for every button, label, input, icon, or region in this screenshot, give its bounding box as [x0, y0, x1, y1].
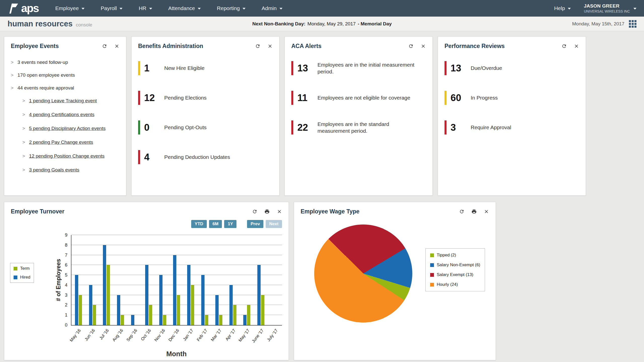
status-color-bar [445, 120, 447, 134]
x-tick-label: Jul '16 [99, 328, 110, 341]
user-menu[interactable]: JASON GREER UNIVERSAL WIRELESS INC [584, 3, 636, 13]
1y-button[interactable]: 1Y [224, 220, 236, 228]
non-banking-date: Monday, May 29, 2017 [307, 21, 356, 27]
close-icon[interactable] [277, 209, 282, 214]
legend-swatch [430, 263, 434, 267]
print-icon[interactable] [264, 209, 270, 214]
stat-count: 0 [144, 122, 160, 133]
refresh-icon[interactable] [102, 43, 107, 49]
panel-employee-turnover: Employee Turnover YTD6M1YPrevNext # of E… [4, 202, 289, 360]
stat-count: 12 [144, 93, 160, 103]
panel-employee-wage-type: Employee Wage Type Tipped (2)Salary Non-… [294, 202, 496, 360]
stat-count: 11 [297, 93, 313, 103]
bar-group-july-17 [268, 235, 282, 325]
refresh-icon[interactable] [459, 209, 464, 214]
stat-item-employees-are-in-the-standard-measuremen[interactable]: 22Employees are in the standard measurem… [291, 120, 426, 134]
refresh-icon[interactable] [408, 43, 414, 49]
turnover-bar-chart: # of Employees 0123456789 [71, 235, 282, 326]
close-icon[interactable] [267, 43, 273, 49]
event-link[interactable]: >3 pending Goals events [22, 167, 119, 173]
event-link[interactable]: >1 pending Leave Tracking event [22, 98, 119, 104]
bar-hired [243, 315, 247, 325]
wage-type-legend: Tipped (2)Salary Non-Exempt (6)Salary Ex… [425, 248, 485, 291]
refresh-icon[interactable] [255, 43, 260, 49]
stat-label: Employees are in the standard measuremen… [317, 121, 417, 134]
refresh-icon[interactable] [252, 209, 257, 214]
nav-item-hr[interactable]: HR [139, 5, 152, 11]
stat-item-require-approval[interactable]: 3Require Approval [445, 120, 579, 134]
x-tick-label: Oct '16 [140, 328, 152, 342]
y-axis-title: # of Employees [55, 259, 62, 301]
stat-item-pending-deduction-updates[interactable]: 4Pending Deduction Updates [138, 150, 273, 164]
print-icon[interactable] [471, 209, 477, 214]
x-tick: Nov '16 [155, 326, 170, 350]
panel-title: Performance Reviews [445, 43, 505, 50]
x-tick-label: Apr '17 [224, 328, 237, 342]
app-grid-icon[interactable] [629, 20, 636, 28]
bar-term [191, 285, 194, 325]
event-label: 12 pending Position Change events [29, 153, 105, 159]
close-icon[interactable] [114, 43, 119, 49]
close-icon[interactable] [574, 43, 579, 49]
panel-employee-events: Employee Events >3 events need follow-up… [4, 36, 126, 196]
stat-item-employees-are-in-the-initial-measurement[interactable]: 13Employees are in the initial measureme… [291, 61, 426, 75]
bar-term [107, 265, 110, 325]
stat-label: New Hire Eligible [164, 65, 205, 71]
stat-item-new-hire-eligible[interactable]: 1New Hire Eligible [138, 61, 273, 75]
nav-item-attendance[interactable]: Attendance [168, 5, 201, 11]
chevron-down-icon [198, 8, 201, 10]
prev-button[interactable]: Prev [247, 220, 263, 228]
nav-item-reporting[interactable]: Reporting [217, 5, 246, 11]
bar-hired [117, 295, 120, 325]
help-menu[interactable]: Help [554, 5, 571, 11]
event-link[interactable]: >12 pending Position Change events [22, 153, 119, 159]
x-tick-label: Jan '17 [182, 328, 194, 342]
event-summary[interactable]: >170 open employee events [11, 72, 119, 78]
non-banking-day-notice: Next Non-Banking Day: Monday, May 29, 20… [252, 21, 392, 27]
x-tick-label: July '17 [266, 328, 279, 342]
nav-item-admin[interactable]: Admin [262, 5, 283, 11]
x-tick-label: May '17 [238, 328, 251, 343]
bar-hired [159, 275, 163, 325]
stat-item-due-overdue[interactable]: 13Due/Overdue [445, 61, 579, 75]
stat-item-employees-are-not-eligible-for-coverage[interactable]: 11Employees are not eligible for coverag… [291, 91, 426, 105]
top-nav: aps EmployeePayrollHRAttendanceReporting… [0, 0, 644, 17]
nav-item-employee[interactable]: Employee [55, 5, 85, 11]
nav-item-label: Reporting [217, 5, 240, 11]
stat-item-pending-elections[interactable]: 12Pending Elections [138, 91, 273, 105]
6m-button[interactable]: 6M [209, 220, 222, 228]
close-icon[interactable] [421, 43, 426, 49]
help-label: Help [554, 5, 565, 11]
stat-item-in-progress[interactable]: 60In Progress [445, 91, 579, 105]
chevron-right-icon: > [22, 140, 25, 145]
chevron-right-icon: > [11, 60, 14, 65]
benefits-stats: 1New Hire Eligible12Pending Elections0Pe… [132, 52, 279, 164]
chevron-down-icon [243, 8, 246, 10]
chevron-right-icon: > [22, 112, 25, 117]
bar-group-jan-17 [184, 235, 198, 325]
legend-swatch [430, 253, 434, 257]
stat-item-pending-opt-outs[interactable]: 0Pending Opt-Outs [138, 120, 273, 134]
next-button[interactable]: Next [266, 220, 282, 228]
aps-logo[interactable]: aps [8, 3, 39, 14]
close-icon[interactable] [484, 209, 489, 214]
status-color-bar [445, 91, 447, 105]
nav-item-payroll[interactable]: Payroll [101, 5, 123, 11]
nav-item-label: HR [139, 5, 146, 11]
event-summary[interactable]: >3 events need follow-up [11, 60, 119, 65]
event-link[interactable]: >4 pending Certifications events [22, 112, 119, 117]
legend-item-salary-non-exempt-6: Salary Non-Exempt (6) [430, 262, 480, 267]
event-label: 4 pending Certifications events [29, 112, 95, 117]
x-tick: Dec '16 [170, 326, 184, 350]
stat-count: 13 [451, 63, 466, 74]
ytd-button[interactable]: YTD [191, 220, 207, 228]
refresh-icon[interactable] [561, 43, 567, 49]
legend-label: Hired [20, 275, 30, 280]
event-link[interactable]: >2 pending Pay Change events [22, 140, 119, 145]
chevron-down-icon [568, 8, 571, 10]
bar-term [121, 315, 124, 325]
chevron-right-icon: > [11, 85, 14, 91]
event-summary[interactable]: >44 events require approval [11, 85, 119, 91]
event-link[interactable]: >5 pending Disciplinary Action events [22, 126, 119, 131]
x-tick: Apr '17 [226, 326, 240, 350]
